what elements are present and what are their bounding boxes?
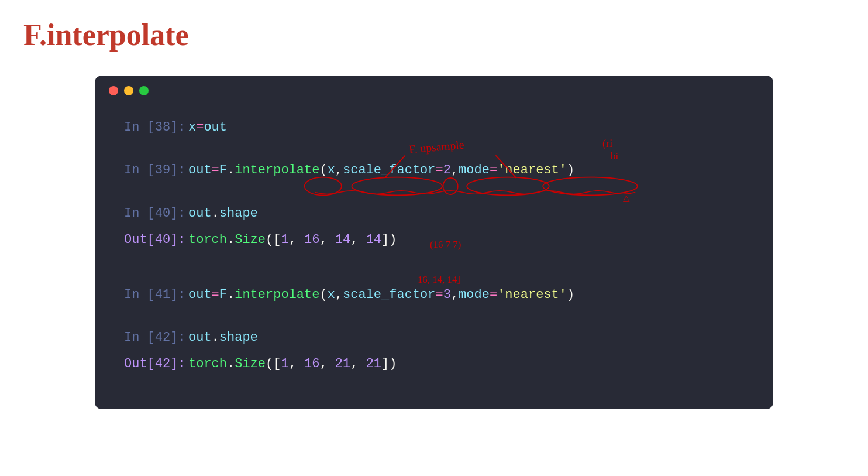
code-40: out.shape <box>188 203 258 224</box>
prompt-42-in: In [42]: <box>124 327 188 348</box>
notebook-container: F. upsample (ri bi △ (16 7 7) <box>95 76 773 409</box>
output-40: torch.Size([1, 16, 14, 14]) <box>188 229 397 251</box>
prompt-42-out: Out[42]: <box>124 353 188 375</box>
cell-40-output: Out[40]: torch.Size([1, 16, 14, 14]) <box>124 229 744 251</box>
prompt-39: In [39]: <box>124 159 188 181</box>
prompt-40-out: Out[40]: <box>124 229 188 251</box>
prompt-41: In [41]: <box>124 284 188 306</box>
close-button-dot[interactable] <box>109 86 118 95</box>
code-41: out=F.interpolate(x,scale_factor=3,mode=… <box>188 284 574 306</box>
code-38: x=out <box>188 117 227 138</box>
cell-42-input: In [42]: out.shape <box>124 327 744 348</box>
cell-39-input: In [39]: out=F.interpolate(x,scale_facto… <box>124 159 744 181</box>
cell-40-input: In [40]: out.shape <box>124 203 744 224</box>
minimize-button-dot[interactable] <box>124 86 133 95</box>
cell-42-output: Out[42]: torch.Size([1, 16, 21, 21]) <box>124 353 744 375</box>
code-39: out=F.interpolate(x,scale_factor=2,mode=… <box>188 159 574 181</box>
prompt-40-in: In [40]: <box>124 203 188 224</box>
maximize-button-dot[interactable] <box>139 86 149 95</box>
title-bar <box>95 76 773 106</box>
output-42: torch.Size([1, 16, 21, 21]) <box>188 353 397 375</box>
prompt-38: In [38]: <box>124 117 188 138</box>
page-title: F.interpolate <box>23 18 845 52</box>
cell-38-input: In [38]: x=out <box>124 117 744 138</box>
cell-41-input: In [41]: out=F.interpolate(x,scale_facto… <box>124 284 744 306</box>
code-42: out.shape <box>188 327 258 348</box>
code-area: F. upsample (ri bi △ (16 7 7) <box>95 106 773 386</box>
